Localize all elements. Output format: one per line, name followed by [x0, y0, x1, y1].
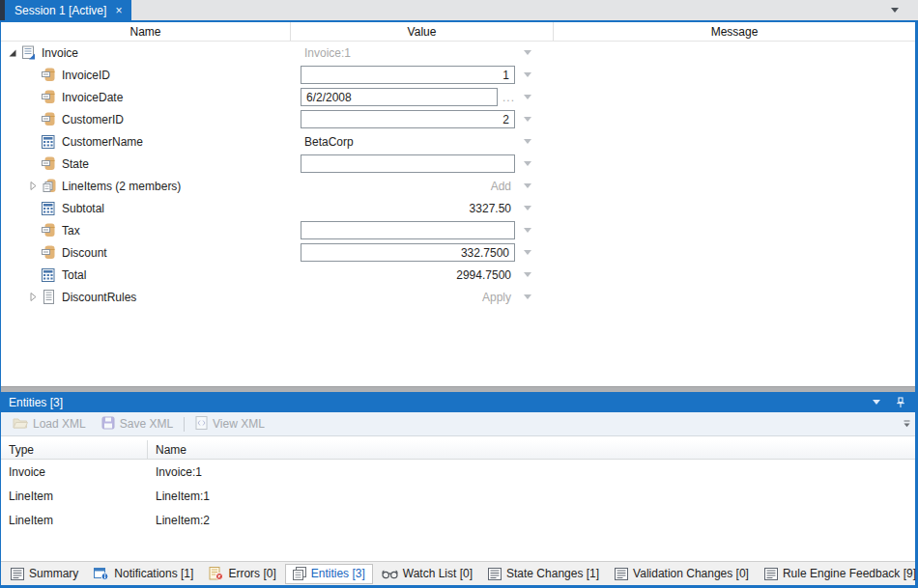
tab-watch-list[interactable]: Watch List [0]	[375, 564, 479, 584]
value-widget: 2994.7500	[301, 268, 515, 282]
row-name-label: Invoice	[42, 46, 78, 60]
toolbar-button-label: Load XML	[33, 417, 86, 431]
row-name-cell: Subtotal	[1, 197, 291, 219]
ellipsis-button[interactable]: ...	[502, 91, 515, 104]
value-input[interactable]	[301, 110, 515, 128]
entity-table-row[interactable]: InvoiceInvoice:1	[1, 460, 915, 484]
row-name-cell: InvoiceDate	[1, 86, 291, 108]
column-header-entity-name[interactable]: Name	[148, 440, 915, 459]
value-label: BetaCorp	[301, 135, 515, 149]
view-xml-icon	[195, 416, 208, 433]
value-input[interactable]	[301, 88, 498, 106]
tree-grid-row[interactable]: State	[1, 153, 915, 175]
tree-grid-row[interactable]: LineItems (2 members)Add	[1, 175, 915, 197]
row-name-label: Subtotal	[62, 202, 104, 215]
tab-errors[interactable]: Errors [0]	[202, 564, 282, 584]
close-icon[interactable]: ×	[115, 5, 122, 16]
value-label: Add	[301, 180, 515, 193]
entity-table-row[interactable]: LineItemLineItem:2	[1, 508, 915, 532]
value-widget	[301, 154, 515, 173]
value-input[interactable]	[301, 243, 515, 262]
tree-grid-row[interactable]: Tax	[1, 219, 915, 241]
value-label: 2994.7500	[301, 268, 515, 282]
value-dropdown-icon[interactable]	[524, 294, 531, 299]
value-dropdown-icon[interactable]	[524, 95, 531, 99]
output-tab-label: Errors [0]	[228, 567, 275, 580]
output-tab-label: State Changes [1]	[506, 567, 599, 580]
expand-toggle-icon[interactable]	[25, 181, 41, 191]
output-tab-label: Notifications [1]	[114, 567, 193, 580]
tree-grid-row[interactable]: InvoiceID	[1, 64, 915, 86]
collapse-toggle-icon[interactable]	[5, 48, 20, 58]
tree-grid-row[interactable]: Subtotal3327.50	[1, 197, 915, 219]
row-value-cell	[291, 153, 554, 175]
save-xml-button[interactable]: Save XML	[94, 412, 181, 435]
row-value-cell: BetaCorp	[291, 130, 554, 153]
tree-grid-row[interactable]: Discount	[1, 241, 915, 264]
tree-grid-row[interactable]: CustomerNameBetaCorp	[1, 130, 915, 153]
row-value-cell	[291, 64, 554, 86]
value-dropdown-icon[interactable]	[524, 161, 531, 166]
value-input[interactable]	[301, 154, 515, 173]
entity-type-cell: LineItem	[1, 514, 148, 527]
value-widget	[301, 110, 515, 128]
row-name-cell: Tax	[1, 219, 291, 241]
tab-session-1-active[interactable]: Session 1 [Active] ×	[5, 0, 131, 20]
load-xml-button[interactable]: Load XML	[5, 412, 94, 435]
collection-icon	[41, 179, 56, 194]
row-name-label: CustomerID	[62, 113, 124, 126]
value-dropdown-icon[interactable]	[524, 72, 531, 77]
output-tab-label: Summary	[29, 567, 78, 580]
column-header-type[interactable]: Type	[1, 440, 148, 459]
value-dropdown-icon[interactable]	[524, 250, 531, 255]
state-changes-icon	[488, 568, 502, 580]
tree-grid-row[interactable]: InvoiceInvoice:1	[1, 42, 915, 64]
value-widget: Apply	[301, 291, 515, 304]
tab-state-changes[interactable]: State Changes [1]	[481, 564, 606, 584]
row-value-cell: Apply	[291, 286, 554, 308]
tree-grid-row[interactable]: DiscountRulesApply	[1, 286, 915, 308]
tree-grid-row[interactable]: CustomerID	[1, 108, 915, 130]
row-name-label: State	[62, 157, 89, 171]
value-input[interactable]	[301, 221, 515, 239]
value-dropdown-icon[interactable]	[524, 272, 531, 277]
entity-table-row[interactable]: LineItemLineItem:1	[1, 484, 915, 508]
panel-chevron-down-icon[interactable]	[873, 400, 880, 405]
column-header-message[interactable]: Message	[554, 22, 915, 41]
tab-rule-engine-feedback[interactable]: Rule Engine Feedback [9]	[758, 564, 918, 584]
column-header-value[interactable]: Value	[291, 22, 554, 41]
value-widget: Add	[301, 180, 515, 193]
entities-panel-header[interactable]: Entities [3]	[1, 392, 915, 412]
pin-icon[interactable]	[896, 397, 905, 408]
field-icon	[41, 68, 56, 83]
app-window: Session 1 [Active] × Name Value Message …	[0, 0, 918, 588]
value-input[interactable]	[301, 66, 515, 84]
field-icon	[41, 223, 56, 238]
value-dropdown-icon[interactable]	[524, 228, 531, 233]
value-dropdown-icon[interactable]	[524, 50, 531, 55]
value-dropdown-icon[interactable]	[524, 139, 531, 144]
view-xml-button[interactable]: View XML	[187, 412, 273, 435]
column-header-name[interactable]: Name	[1, 22, 291, 41]
tree-grid-row[interactable]: Total2994.7500	[1, 264, 915, 286]
expand-toggle-icon[interactable]	[25, 292, 41, 302]
row-name-label: DiscountRules	[62, 291, 136, 304]
tree-grid-row[interactable]: InvoiceDate...	[1, 86, 915, 108]
output-tab-label: Entities [3]	[311, 567, 365, 580]
calc-field-icon	[41, 134, 56, 150]
tab-validation-changes[interactable]: Validation Changes [0]	[608, 564, 756, 584]
value-dropdown-icon[interactable]	[524, 183, 531, 188]
tab-summary[interactable]: Summary	[4, 564, 85, 584]
tab-entities[interactable]: Entities [3]	[285, 564, 373, 584]
tab-list-chevron-down-icon[interactable]	[891, 8, 899, 13]
errors-icon	[209, 567, 223, 580]
value-dropdown-icon[interactable]	[524, 206, 531, 210]
field-icon	[41, 156, 56, 172]
summary-icon	[11, 568, 24, 580]
row-name-cell: CustomerName	[1, 130, 291, 153]
value-dropdown-icon[interactable]	[524, 117, 531, 122]
value-widget: ...	[301, 88, 515, 106]
toolbar-overflow-icon[interactable]	[903, 420, 911, 429]
tab-notifications[interactable]: Notifications [1]	[87, 564, 200, 584]
rules-icon	[41, 290, 56, 305]
